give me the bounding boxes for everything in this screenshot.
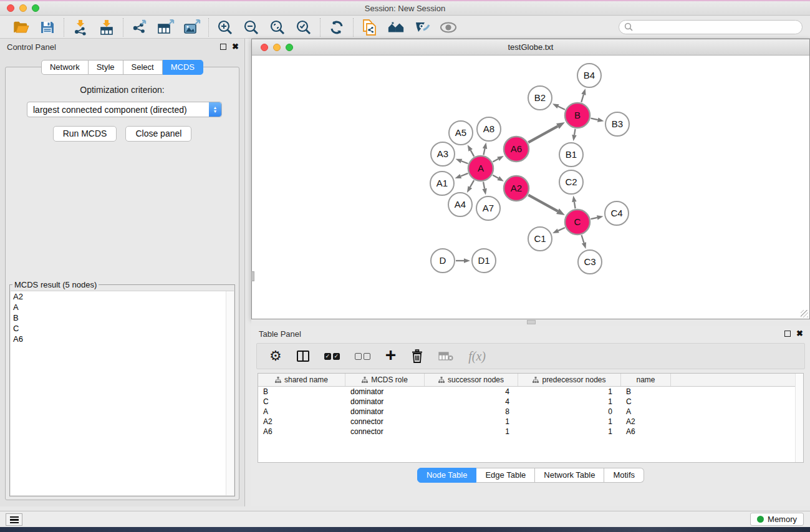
export-network-icon[interactable] xyxy=(131,19,148,36)
network-canvas[interactable]: B4B2BB3A8A5A6A3B1AC2A1A2A4A7C4CC1DD1C3 xyxy=(252,56,809,319)
graph-edge-A-A8[interactable] xyxy=(483,148,485,155)
close-panel-button[interactable]: Close panel xyxy=(125,126,191,142)
graph-edge-A-A2[interactable] xyxy=(493,175,498,178)
cell-shared-name[interactable]: A xyxy=(258,407,345,417)
graph-edge-A-A3[interactable] xyxy=(461,161,468,163)
result-scrollbar[interactable] xyxy=(226,291,234,495)
cell-shared-name[interactable]: A2 xyxy=(258,417,345,427)
graph-edge-A-A7[interactable] xyxy=(483,182,485,189)
delete-column-icon[interactable] xyxy=(411,349,423,363)
cell-mcds-role[interactable]: dominator xyxy=(345,407,425,417)
zoom-in-icon[interactable] xyxy=(216,19,234,36)
zoom-fit-icon[interactable] xyxy=(269,19,286,36)
tab-node-table[interactable]: Node Table xyxy=(417,468,477,483)
splitter-handle-left[interactable] xyxy=(251,271,254,281)
tab-edge-table[interactable]: Edge Table xyxy=(476,468,535,483)
cell-name[interactable]: A6 xyxy=(621,427,671,437)
task-history-button[interactable] xyxy=(6,513,22,526)
add-column-icon[interactable]: + xyxy=(385,350,397,362)
graph-edge-C-C3[interactable] xyxy=(582,235,584,243)
graph-edge-B-B3[interactable] xyxy=(591,118,597,120)
close-table-panel-icon[interactable]: ✖ xyxy=(796,329,803,338)
table-row[interactable]: A6 connector 1 1 A6 xyxy=(258,427,803,437)
table-row[interactable]: C dominator 4 1 C xyxy=(258,397,803,407)
clone-network-icon[interactable] xyxy=(361,19,378,36)
graph-edge-A2-C[interactable] xyxy=(528,195,557,211)
table-scrollbar[interactable] xyxy=(795,374,803,462)
cell-successor-nodes[interactable]: 4 xyxy=(425,397,518,407)
graph-edge-A-A4[interactable] xyxy=(470,180,474,187)
tab-motifs[interactable]: Motifs xyxy=(604,468,644,483)
show-all-networks-icon[interactable] xyxy=(387,19,405,36)
network-graph[interactable]: B4B2BB3A8A5A6A3B1AC2A1A2A4A7C4CC1DD1C3 xyxy=(252,56,809,319)
app-titlebar[interactable]: Session: New Session xyxy=(0,1,810,16)
splitter-handle[interactable] xyxy=(527,320,536,324)
tab-select[interactable]: Select xyxy=(123,60,163,75)
tab-style[interactable]: Style xyxy=(89,60,123,75)
zoom-selected-icon[interactable] xyxy=(295,19,312,36)
column-header-name[interactable]: name xyxy=(621,374,671,386)
graph-edge-B-B1[interactable] xyxy=(574,129,576,135)
import-network-icon[interactable] xyxy=(72,19,89,36)
save-session-icon[interactable] xyxy=(39,19,56,36)
import-table-icon[interactable] xyxy=(98,19,115,36)
cell-predecessor-nodes[interactable]: 1 xyxy=(518,417,621,427)
cell-name[interactable]: B xyxy=(621,387,671,397)
cell-predecessor-nodes[interactable]: 0 xyxy=(518,407,621,417)
cell-mcds-role[interactable]: connector xyxy=(345,417,425,427)
tab-network[interactable]: Network xyxy=(41,60,89,75)
select-all-rows-icon[interactable]: ✓✓ xyxy=(324,353,340,360)
table-row[interactable]: A dominator 8 0 A xyxy=(258,407,803,417)
cell-shared-name[interactable]: A6 xyxy=(258,427,345,437)
window-resize-grip[interactable] xyxy=(801,310,808,317)
refresh-icon[interactable] xyxy=(328,19,345,36)
open-file-icon[interactable] xyxy=(12,19,30,36)
memory-button[interactable]: Memory xyxy=(750,513,804,526)
graph-edge-A-A6[interactable] xyxy=(493,159,498,162)
horizontal-splitter[interactable] xyxy=(251,319,810,326)
column-header-successor-nodes[interactable]: successor nodes xyxy=(425,374,518,386)
tab-network-table[interactable]: Network Table xyxy=(535,468,604,483)
column-visibility-icon[interactable] xyxy=(297,351,309,362)
search-input[interactable] xyxy=(619,20,803,34)
zoom-out-icon[interactable] xyxy=(243,19,260,36)
export-image-icon[interactable] xyxy=(183,19,201,36)
table-row[interactable]: A2 connector 1 1 A2 xyxy=(258,417,803,427)
graph-edge-C-C1[interactable] xyxy=(558,228,565,231)
column-header-predecessor-nodes[interactable]: predecessor nodes xyxy=(518,374,621,386)
cell-mcds-role[interactable]: dominator xyxy=(345,387,425,397)
result-item[interactable]: A6 xyxy=(11,334,234,344)
cell-shared-name[interactable]: C xyxy=(258,397,345,407)
run-mcds-button[interactable]: Run MCDS xyxy=(53,126,117,142)
show-hide-panels-icon[interactable] xyxy=(440,19,457,36)
toggle-graphics-details-icon[interactable] xyxy=(413,19,431,36)
float-table-panel-icon[interactable] xyxy=(784,331,791,337)
delete-table-icon[interactable] xyxy=(438,351,453,361)
result-item[interactable]: A xyxy=(11,302,234,312)
cell-predecessor-nodes[interactable]: 1 xyxy=(518,387,621,397)
graph-edge-A-A1[interactable] xyxy=(461,173,468,177)
graph-edge-B-B2[interactable] xyxy=(558,107,565,110)
cell-successor-nodes[interactable]: 8 xyxy=(425,407,518,417)
graph-edge-C-C2[interactable] xyxy=(574,202,576,209)
cell-name[interactable]: C xyxy=(621,397,671,407)
cell-successor-nodes[interactable]: 1 xyxy=(425,427,518,437)
cell-name[interactable]: A2 xyxy=(621,417,671,427)
cell-name[interactable]: A xyxy=(621,407,671,417)
cell-predecessor-nodes[interactable]: 1 xyxy=(518,427,621,437)
cell-mcds-role[interactable]: dominator xyxy=(345,397,425,407)
optimization-criterion-dropdown[interactable]: largest connected component (directed) ▲… xyxy=(27,102,222,117)
table-settings-gear-icon[interactable]: ⚙ xyxy=(269,349,282,363)
tab-mcds[interactable]: MCDS xyxy=(163,60,203,75)
graph-edge-A6-B[interactable] xyxy=(528,126,557,142)
mcds-result-list[interactable]: A2 A B C A6 xyxy=(11,291,234,495)
cell-mcds-role[interactable]: connector xyxy=(345,427,425,437)
graph-edge-B-B4[interactable] xyxy=(581,95,584,102)
deselect-all-rows-icon[interactable] xyxy=(355,353,370,360)
float-panel-icon[interactable] xyxy=(220,44,226,50)
table-row[interactable]: B dominator 4 1 B xyxy=(258,387,803,397)
graph-edge-A-A5[interactable] xyxy=(471,150,475,157)
result-item[interactable]: B xyxy=(11,312,234,323)
cell-successor-nodes[interactable]: 1 xyxy=(425,417,518,427)
cell-successor-nodes[interactable]: 4 xyxy=(425,387,518,397)
